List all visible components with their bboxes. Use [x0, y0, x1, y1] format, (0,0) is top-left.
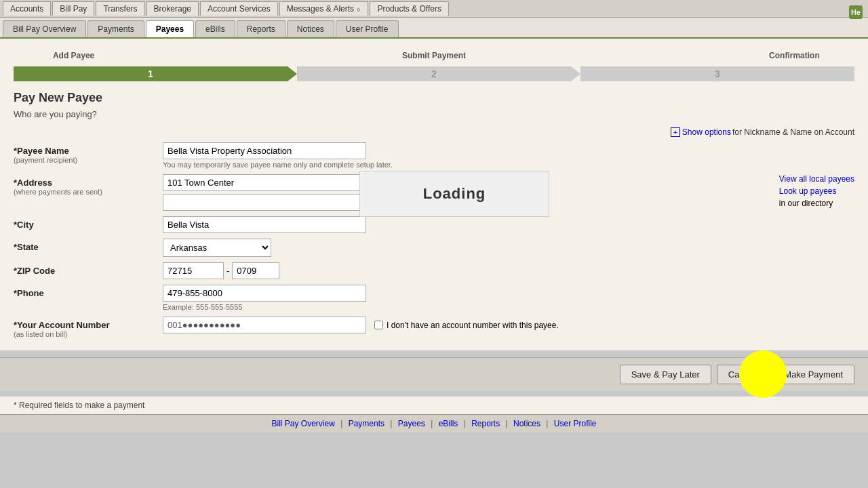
- tab-ebills[interactable]: eBills: [195, 20, 235, 37]
- payee-name-input[interactable]: [163, 142, 366, 159]
- zip-ext-input[interactable]: [232, 262, 279, 279]
- loading-text: Loading: [423, 185, 486, 203]
- zip-input[interactable]: [163, 262, 224, 279]
- phone-hint: Example: 555-555-5555: [163, 303, 854, 311]
- footer-bill-pay-overview[interactable]: Bill Pay Overview: [271, 419, 334, 428]
- right-links-panel: View all local payees Look up payees in …: [779, 174, 854, 208]
- show-options-suffix: for Nickname & Name on Account: [732, 127, 854, 137]
- payee-name-hint: You may temporarily save payee name only…: [163, 161, 854, 169]
- address2-input[interactable]: [163, 194, 366, 211]
- top-nav-accounts[interactable]: Accounts: [3, 1, 51, 16]
- top-nav-messages[interactable]: Messages & Alerts ⬦: [279, 1, 369, 16]
- footer-payees[interactable]: Payees: [398, 419, 425, 428]
- tab-notices[interactable]: Notices: [287, 20, 334, 37]
- step1-label: Add Payee: [53, 51, 94, 60]
- no-account-label: I don't have an account number with this…: [387, 321, 559, 330]
- progress-step-2: Submit Payment: [374, 51, 494, 62]
- account-number-row: *Your Account Number (as listed on bill)…: [14, 317, 854, 338]
- progress-bar: Add Payee Submit Payment Confirmation: [14, 51, 854, 62]
- footer-notices[interactable]: Notices: [513, 419, 540, 428]
- step2-bar: 2: [297, 66, 571, 81]
- state-label: *State: [14, 242, 163, 252]
- sub-navigation: Bill Pay Overview Payments Payees eBills…: [0, 18, 868, 39]
- zip-label: *ZIP Code: [14, 266, 163, 276]
- tab-payees[interactable]: Payees: [146, 20, 194, 37]
- top-nav-brokerage[interactable]: Brokerage: [146, 1, 199, 16]
- step2-label: Submit Payment: [402, 51, 466, 60]
- help-button[interactable]: He: [849, 5, 863, 19]
- show-options-link[interactable]: Show options: [682, 127, 731, 137]
- footer-reports[interactable]: Reports: [471, 419, 500, 428]
- tab-reports[interactable]: Reports: [237, 20, 285, 37]
- account-label: *Your Account Number: [14, 320, 163, 330]
- city-input[interactable]: [163, 216, 366, 233]
- state-row: *State Arkansas Alabama Alaska Arizona C…: [14, 239, 854, 257]
- account-input-row: I don't have an account number with this…: [163, 317, 854, 333]
- zip-row: *ZIP Code -: [14, 262, 854, 279]
- top-nav-products[interactable]: Products & Offers: [370, 1, 448, 16]
- top-nav-account-services[interactable]: Account Services: [200, 1, 278, 16]
- address-sublabel: (where payments are sent): [14, 188, 163, 196]
- progress-visual: 1 2 3: [14, 66, 854, 81]
- step2-arrow: [571, 66, 580, 81]
- view-all-local-payees-link[interactable]: View all local payees: [779, 174, 854, 184]
- action-bar: Save & Pay Later Cancel Make Payment: [0, 357, 868, 391]
- no-account-checkbox-label[interactable]: I don't have an account number with this…: [374, 321, 559, 330]
- show-options-row: + Show options for Nickname & Name on Ac…: [14, 127, 854, 137]
- no-account-checkbox[interactable]: [374, 321, 383, 329]
- tab-payments[interactable]: Payments: [87, 20, 144, 37]
- step1-arrow: [288, 66, 297, 81]
- footer-ebills[interactable]: eBills: [439, 419, 458, 428]
- account-sublabel: (as listed on bill): [14, 330, 163, 338]
- address-label: *Address: [14, 178, 163, 188]
- phone-row: *Phone Example: 555-555-5555: [14, 285, 854, 311]
- top-nav-transfers[interactable]: Transfers: [96, 1, 144, 16]
- payee-name-row: *Payee Name (payment recipient) You may …: [14, 142, 854, 169]
- page-subtitle: Who are you paying?: [14, 109, 854, 119]
- state-select[interactable]: Arkansas Alabama Alaska Arizona Californ…: [163, 239, 271, 257]
- address-input[interactable]: [163, 174, 366, 191]
- zip-dash: -: [224, 263, 232, 279]
- look-up-payees-link[interactable]: Look up payees: [779, 186, 854, 196]
- save-pay-later-button[interactable]: Save & Pay Later: [620, 365, 711, 384]
- top-nav-billpay[interactable]: Bill Pay: [52, 1, 94, 16]
- plus-icon: +: [671, 127, 680, 137]
- phone-label: *Phone: [14, 288, 163, 298]
- tab-user-profile[interactable]: User Profile: [336, 20, 399, 37]
- page-title: Pay New Payee: [14, 91, 854, 105]
- loading-overlay: Loading: [359, 171, 549, 217]
- top-navigation: Accounts Bill Pay Transfers Brokerage Ac…: [0, 0, 868, 18]
- city-label: *City: [14, 220, 163, 230]
- footer-user-profile[interactable]: User Profile: [554, 419, 597, 428]
- city-row: *City: [14, 216, 854, 233]
- progress-step-1: Add Payee: [14, 51, 134, 62]
- step3-label: Confirmation: [769, 51, 820, 60]
- account-number-input[interactable]: [163, 317, 366, 333]
- tab-bill-pay-overview[interactable]: Bill Pay Overview: [3, 20, 86, 37]
- payee-name-label: *Payee Name: [14, 146, 163, 156]
- main-content: Add Payee Submit Payment Confirmation 1 …: [0, 39, 868, 350]
- step1-bar: 1: [14, 66, 288, 81]
- phone-input[interactable]: [163, 285, 366, 302]
- progress-step-3: Confirmation: [734, 51, 854, 62]
- footer-payments[interactable]: Payments: [349, 419, 384, 428]
- yellow-highlight-circle: [739, 350, 787, 398]
- footer-navigation: Bill Pay Overview | Payments | Payees | …: [0, 414, 868, 432]
- payee-name-sublabel: (payment recipient): [14, 156, 163, 164]
- step3-bar: 3: [580, 66, 854, 81]
- required-note: * Required fields to make a payment: [0, 396, 868, 414]
